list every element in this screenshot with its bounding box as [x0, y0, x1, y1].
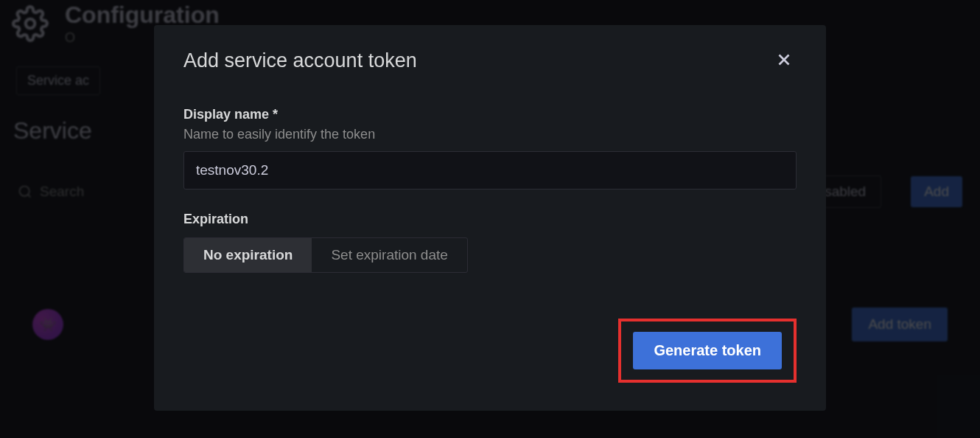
- modal-overlay: Add service account token Display name *…: [0, 0, 980, 438]
- expiration-toggle: No expiration Set expiration date: [183, 237, 468, 273]
- display-name-label: Display name *: [183, 107, 797, 122]
- display-name-field: Display name * Name to easily identify t…: [183, 107, 797, 190]
- display-name-input[interactable]: [183, 151, 797, 190]
- no-expiration-option[interactable]: No expiration: [184, 238, 312, 272]
- modal-title: Add service account token: [183, 49, 417, 72]
- expiration-field: Expiration No expiration Set expiration …: [183, 212, 797, 273]
- display-name-hint: Name to easily identify the token: [183, 127, 797, 142]
- generate-highlight: Generate token: [618, 319, 797, 383]
- generate-token-button[interactable]: Generate token: [633, 332, 782, 369]
- expiration-label: Expiration: [183, 212, 797, 227]
- set-expiration-option[interactable]: Set expiration date: [312, 238, 466, 272]
- close-button[interactable]: [771, 47, 797, 74]
- add-token-modal: Add service account token Display name *…: [154, 25, 826, 411]
- close-icon: [774, 50, 794, 69]
